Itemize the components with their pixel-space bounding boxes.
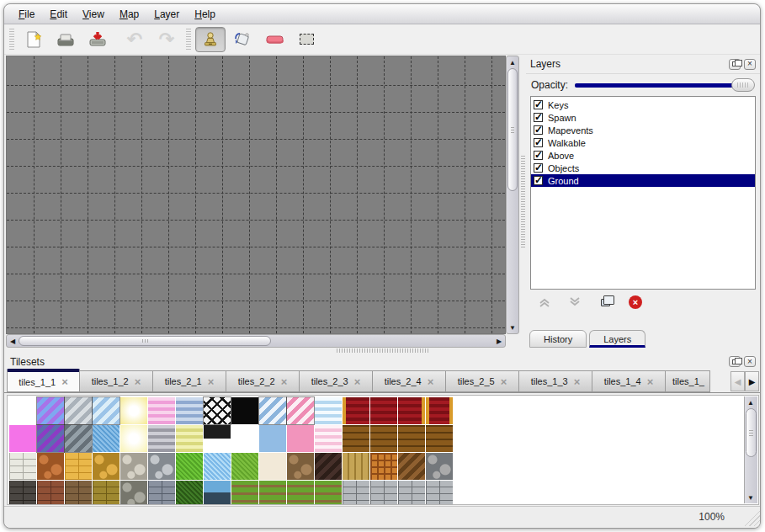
palette-scroll-down-icon[interactable]: ▼ (745, 492, 757, 503)
tab-close-icon[interactable]: × (354, 376, 361, 387)
tile-red-carpet-left[interactable] (343, 397, 369, 424)
tile-pink-plain[interactable] (287, 425, 314, 452)
tile-wood-planks[interactable] (343, 425, 369, 452)
toolbar-grip[interactable] (9, 29, 14, 51)
layer-visible-checkbox[interactable]: ✓ (534, 138, 543, 147)
tab-close-icon[interactable]: × (501, 376, 507, 387)
canvas-horizontal-scrollbar[interactable]: ◀ ▶ (6, 334, 506, 348)
tile-grass-rows[interactable] (287, 481, 314, 505)
fill-tool-button[interactable] (227, 27, 258, 52)
layer-item-keys[interactable]: ✓Keys (531, 98, 755, 111)
tile-gray-planks[interactable] (426, 481, 453, 505)
new-file-button[interactable] (19, 27, 49, 52)
duplicate-layer-button[interactable] (597, 294, 614, 311)
tile-wood-planks[interactable] (398, 425, 425, 452)
tile-dark-shingles[interactable] (315, 453, 342, 480)
opacity-slider[interactable] (575, 78, 755, 92)
tile-terracotta-stone[interactable] (37, 453, 64, 480)
menu-file[interactable]: File (11, 6, 42, 23)
close-panel-icon[interactable]: × (744, 59, 756, 70)
tile-grass-rows[interactable] (259, 481, 286, 505)
tile-gray-planks[interactable] (343, 481, 369, 505)
tab-layers[interactable]: Layers (589, 330, 645, 348)
horizontal-splitter[interactable] (4, 348, 761, 354)
open-file-button[interactable] (50, 27, 81, 52)
tile-gray-stones[interactable] (148, 453, 175, 480)
tile-empty[interactable] (231, 425, 258, 452)
tile-basket-weave[interactable] (370, 453, 397, 480)
tile-grass-rows[interactable] (315, 481, 342, 505)
tile-water-sparkle[interactable] (204, 453, 231, 480)
layer-item-objects[interactable]: ✓Objects (531, 162, 755, 174)
tile-gray-glass[interactable] (65, 397, 92, 424)
tile-olive-stripes[interactable] (176, 425, 203, 452)
save-file-button[interactable] (82, 27, 113, 52)
tile-hedge[interactable] (176, 481, 203, 505)
layer-item-walkable[interactable]: ✓Walkable (531, 136, 755, 149)
tile-brown-brick-wall[interactable] (65, 481, 92, 505)
tileset-tab-tiles_2_2[interactable]: tiles_2_2× (226, 370, 300, 392)
tile-grass-rows[interactable] (231, 481, 258, 505)
tile-green-grass-2[interactable] (231, 453, 258, 480)
menu-help[interactable]: Help (187, 6, 223, 23)
tile-stone-wall[interactable] (120, 481, 147, 505)
tile-wood-planks[interactable] (426, 425, 453, 452)
delete-layer-button[interactable]: × (627, 294, 644, 311)
tile-lattice[interactable] (204, 397, 231, 424)
float-tilesets-icon[interactable] (729, 356, 741, 367)
tile-dark-panel[interactable] (204, 425, 231, 439)
layer-visible-checkbox[interactable]: ✓ (534, 176, 543, 185)
tab-close-icon[interactable]: × (574, 376, 581, 387)
resize-grip[interactable] (743, 509, 760, 526)
tile-pink-streak[interactable] (287, 397, 314, 424)
layer-item-above[interactable]: ✓Above (531, 149, 755, 162)
tile-gold-tiles[interactable] (65, 453, 92, 480)
menu-edit[interactable]: Edit (42, 6, 75, 23)
toolbar-grip-2[interactable] (186, 29, 191, 51)
scroll-left-icon[interactable]: ◀ (7, 335, 19, 347)
tile-log-ends[interactable] (426, 453, 453, 480)
tile-gray-brick-wall[interactable] (148, 481, 175, 505)
layer-visible-checkbox[interactable]: ✓ (534, 151, 543, 160)
tile-red-carpet-both[interactable] (426, 397, 453, 424)
tile-gray-planks[interactable] (370, 481, 397, 505)
tile-pink-wave[interactable] (315, 425, 342, 452)
tile-pale-yellow-glow[interactable] (120, 425, 147, 452)
canvas-vscroll-thumb[interactable] (507, 68, 518, 191)
move-layer-up-button[interactable] (536, 294, 553, 311)
tile-gray-glass-dark[interactable] (65, 425, 92, 452)
layer-visible-checkbox[interactable]: ✓ (534, 125, 543, 135)
layer-visible-checkbox[interactable]: ✓ (534, 100, 543, 109)
tileset-tab-tiles_2_3[interactable]: tiles_2_3× (300, 370, 373, 392)
layer-visible-checkbox[interactable]: ✓ (534, 163, 543, 173)
canvas-vertical-scrollbar[interactable]: ▲ ▼ (506, 56, 519, 334)
opacity-slider-handle[interactable] (731, 78, 755, 92)
tile-purple-glass-dark[interactable] (37, 425, 64, 452)
tileset-tab-tiles_2_4[interactable]: tiles_2_4× (373, 370, 446, 392)
palette-scroll-thumb[interactable] (746, 408, 757, 457)
canvas-hscroll-thumb[interactable] (19, 336, 271, 346)
tile-blue-streak[interactable] (259, 397, 286, 424)
select-tool-button[interactable] (291, 27, 321, 52)
tile-herringbone[interactable] (398, 453, 425, 480)
tab-close-icon[interactable]: × (428, 376, 434, 387)
tile-red-carpet[interactable] (370, 397, 397, 424)
tile-pink-stripes[interactable] (148, 397, 175, 424)
tile-white-stone[interactable] (9, 453, 36, 480)
layer-item-mapevents[interactable]: ✓Mapevents (531, 124, 755, 136)
tab-close-icon[interactable]: × (135, 376, 141, 387)
tile-magenta[interactable] (9, 425, 36, 452)
tab-close-icon[interactable]: × (208, 376, 215, 387)
tab-close-icon[interactable]: × (281, 376, 288, 387)
tileset-tab-tiles_1_[interactable]: tiles_1_ (666, 370, 710, 392)
tile-empty[interactable] (9, 397, 36, 424)
tile-dark-brick-wall[interactable] (9, 481, 36, 505)
undo-button[interactable]: ↶ (120, 27, 150, 52)
eraser-tool-button[interactable] (259, 27, 290, 52)
float-panel-icon[interactable] (729, 59, 741, 70)
tab-scroll-left-icon[interactable]: ◀ (730, 371, 745, 391)
tile-red-brick-wall[interactable] (37, 481, 64, 505)
tileset-tab-tiles_1_2[interactable]: tiles_1_2× (80, 370, 153, 392)
menu-map[interactable]: Map (112, 6, 146, 23)
tile-blue-plain[interactable] (259, 425, 286, 452)
